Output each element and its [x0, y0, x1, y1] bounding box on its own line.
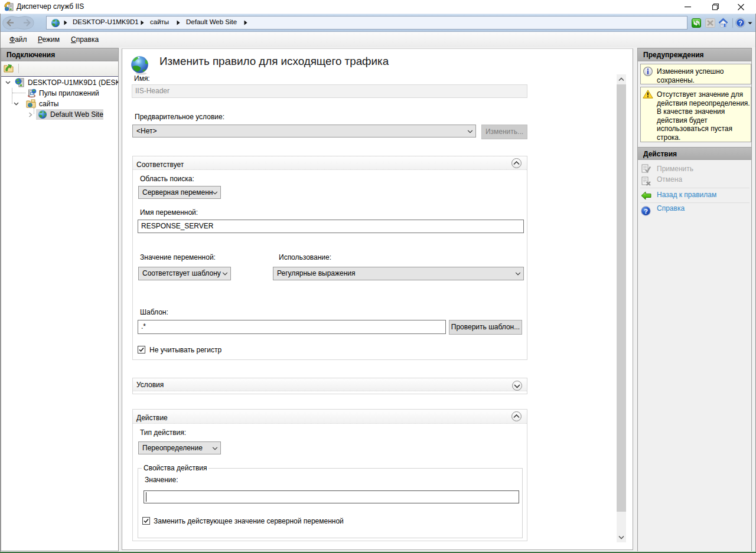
svg-text:?: ?: [644, 208, 648, 215]
svg-text:?: ?: [738, 19, 742, 27]
